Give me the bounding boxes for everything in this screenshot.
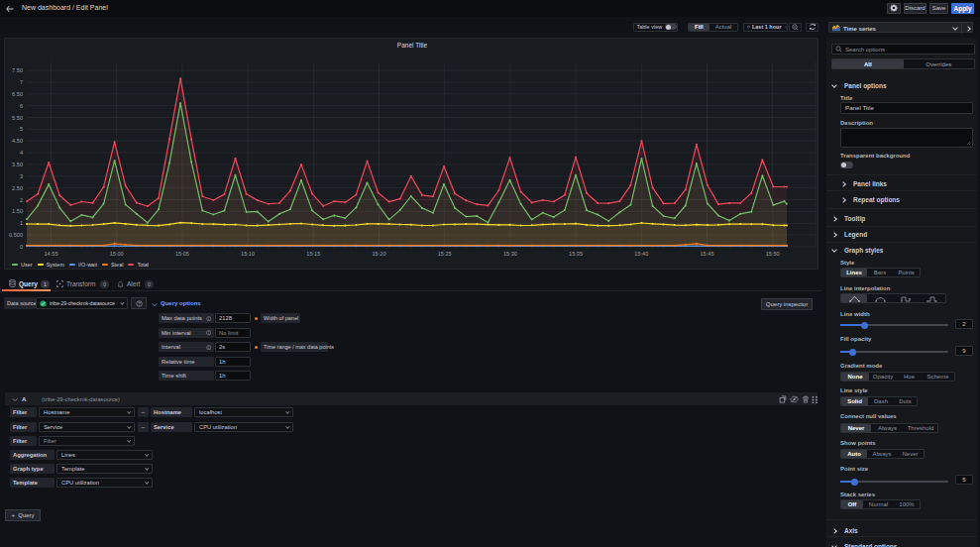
svg-text:7: 7 — [20, 79, 23, 85]
svg-text:3: 3 — [20, 173, 23, 179]
svg-text:14:55: 14:55 — [45, 251, 58, 257]
svg-text:2: 2 — [20, 197, 23, 203]
svg-text:3.50: 3.50 — [12, 162, 23, 167]
svg-text:2.50: 2.50 — [12, 185, 23, 191]
svg-text:7.50: 7.50 — [12, 67, 23, 73]
svg-text:4: 4 — [20, 150, 23, 156]
svg-text:1.50: 1.50 — [12, 208, 23, 214]
svg-text:15:25: 15:25 — [438, 251, 452, 257]
svg-text:15:35: 15:35 — [569, 251, 583, 257]
svg-text:6.50: 6.50 — [12, 91, 23, 97]
svg-text:15:00: 15:00 — [110, 251, 124, 257]
svg-text:15:10: 15:10 — [241, 251, 255, 257]
svg-text:6: 6 — [20, 103, 23, 109]
svg-text:15:40: 15:40 — [634, 251, 648, 257]
svg-text:15:30: 15:30 — [503, 251, 517, 257]
svg-text:15:20: 15:20 — [373, 251, 386, 257]
svg-text:15:45: 15:45 — [701, 251, 714, 257]
svg-text:4.50: 4.50 — [12, 138, 23, 144]
svg-text:15:15: 15:15 — [306, 251, 320, 257]
svg-text:1: 1 — [20, 220, 23, 226]
svg-text:0.500: 0.500 — [9, 232, 23, 238]
svg-text:5: 5 — [20, 126, 23, 132]
svg-text:0: 0 — [20, 244, 23, 250]
svg-text:15:05: 15:05 — [175, 251, 189, 257]
svg-text:15:50: 15:50 — [766, 251, 780, 257]
svg-text:5.50: 5.50 — [12, 115, 23, 121]
